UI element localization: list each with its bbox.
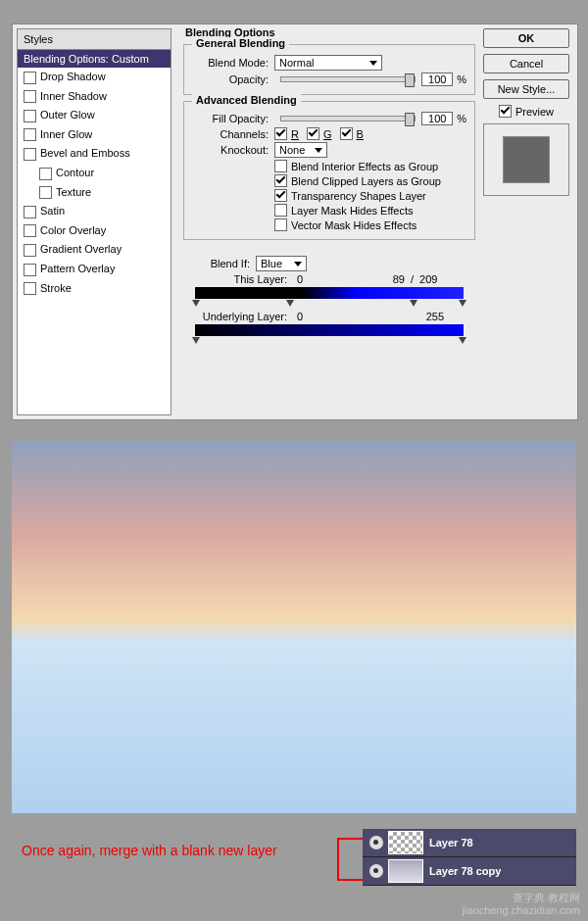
styles-header: Styles: [18, 29, 171, 50]
style-checkbox[interactable]: [24, 206, 36, 218]
style-list-item[interactable]: Stroke: [18, 279, 171, 299]
style-list-item[interactable]: Blending Options: Custom: [18, 50, 171, 68]
layer-name: Layer 78: [429, 837, 473, 848]
visibility-icon[interactable]: [369, 864, 383, 878]
style-checkbox[interactable]: [24, 148, 36, 161]
chevron-down-icon: [369, 61, 377, 66]
main-panel: Blending Options General Blending Blend …: [175, 24, 483, 419]
style-checkbox[interactable]: [24, 110, 36, 122]
group-title: Advanced Blending: [192, 94, 301, 106]
transparency-shapes-checkbox[interactable]: [274, 189, 287, 202]
layer-row[interactable]: Layer 78: [363, 829, 576, 857]
underlying-layer-label: Underlying Layer:: [191, 311, 287, 322]
fill-opacity-label: Fill Opacity:: [192, 113, 269, 124]
channel-g-checkbox[interactable]: [307, 127, 319, 140]
watermark: 查字典 教程网 jiaocheng.chazidian.com: [463, 892, 580, 917]
layer-thumbnail: [388, 831, 423, 854]
blend-mode-select[interactable]: Normal: [274, 55, 382, 71]
style-checkbox[interactable]: [39, 168, 52, 180]
general-blending-group: General Blending Blend Mode: Normal Opac…: [183, 44, 475, 95]
style-checkbox[interactable]: [24, 282, 36, 295]
knockout-select[interactable]: None: [274, 142, 327, 158]
this-layer-label: This Layer:: [191, 273, 287, 285]
style-checkbox[interactable]: [39, 186, 52, 199]
styles-panel: Styles Blending Options: CustomDrop Shad…: [17, 28, 172, 415]
style-list-item[interactable]: Pattern Overlay: [18, 260, 171, 279]
percent-label: %: [457, 113, 466, 124]
style-list-item[interactable]: Contour: [18, 164, 171, 183]
dialog-buttons: OK Cancel New Style... Preview: [483, 24, 577, 419]
group-title: General Blending: [192, 37, 289, 49]
opacity-label: Opacity:: [192, 73, 269, 85]
channel-r-checkbox[interactable]: [274, 127, 287, 140]
style-list-item[interactable]: Color Overlay: [18, 221, 171, 241]
annotation-arrow-icon: [337, 838, 365, 881]
layers-panel: Layer 78 Layer 78 copy: [363, 829, 576, 886]
blend-if-select[interactable]: Blue: [256, 256, 307, 271]
fill-slider[interactable]: [280, 116, 416, 121]
layer-name: Layer 78 copy: [429, 865, 501, 877]
style-checkbox[interactable]: [24, 244, 36, 257]
style-list-item[interactable]: Drop Shadow: [18, 68, 171, 87]
visibility-icon[interactable]: [369, 836, 383, 849]
blend-mode-label: Blend Mode:: [192, 57, 269, 69]
style-list-item[interactable]: Outer Glow: [18, 106, 171, 125]
blend-if-group: Blend If: Blue This Layer: 0 89 / 209 Un…: [183, 246, 475, 342]
result-image: [12, 441, 576, 813]
blend-if-label: Blend If:: [191, 258, 250, 269]
opacity-slider[interactable]: [280, 76, 416, 82]
layer-mask-checkbox[interactable]: [274, 204, 287, 217]
knockout-label: Knockout:: [192, 144, 269, 156]
style-list-item[interactable]: Inner Glow: [18, 125, 171, 145]
vector-mask-checkbox[interactable]: [274, 218, 287, 231]
annotation-text: Once again, merge with a blank new layer: [22, 843, 277, 858]
advanced-blending-group: Advanced Blending Fill Opacity: 100 % Ch…: [183, 101, 475, 240]
style-list-item[interactable]: Inner Shadow: [18, 87, 171, 107]
style-list-item[interactable]: Texture: [18, 183, 171, 203]
interior-effects-checkbox[interactable]: [274, 160, 287, 172]
style-list-item[interactable]: Bevel and Emboss: [18, 144, 171, 164]
style-checkbox[interactable]: [24, 72, 36, 84]
this-layer-gradient-slider[interactable]: [195, 287, 464, 299]
layer-thumbnail: [388, 859, 423, 883]
channels-label: Channels:: [192, 128, 269, 140]
style-list-item[interactable]: Gradient Overlay: [18, 240, 171, 260]
cancel-button[interactable]: Cancel: [483, 54, 569, 73]
style-checkbox[interactable]: [24, 264, 36, 276]
percent-label: %: [457, 73, 466, 85]
channel-b-checkbox[interactable]: [340, 127, 353, 140]
chevron-down-icon: [294, 262, 302, 267]
preview-checkbox[interactable]: [499, 105, 512, 118]
fill-input[interactable]: 100: [421, 112, 453, 125]
underlying-gradient-slider[interactable]: [195, 324, 464, 336]
preview-swatch: [503, 136, 550, 183]
opacity-input[interactable]: 100: [421, 73, 453, 86]
ok-button[interactable]: OK: [483, 28, 569, 48]
style-checkbox[interactable]: [24, 128, 36, 141]
new-style-button[interactable]: New Style...: [483, 79, 569, 99]
style-checkbox[interactable]: [24, 224, 36, 237]
style-list-item[interactable]: Satin: [18, 202, 171, 221]
clipped-layers-checkbox[interactable]: [274, 174, 287, 187]
layer-style-dialog: Styles Blending Options: CustomDrop Shad…: [12, 24, 578, 420]
chevron-down-icon: [315, 148, 322, 153]
style-checkbox[interactable]: [24, 90, 36, 103]
layer-row[interactable]: Layer 78 copy: [363, 857, 576, 886]
